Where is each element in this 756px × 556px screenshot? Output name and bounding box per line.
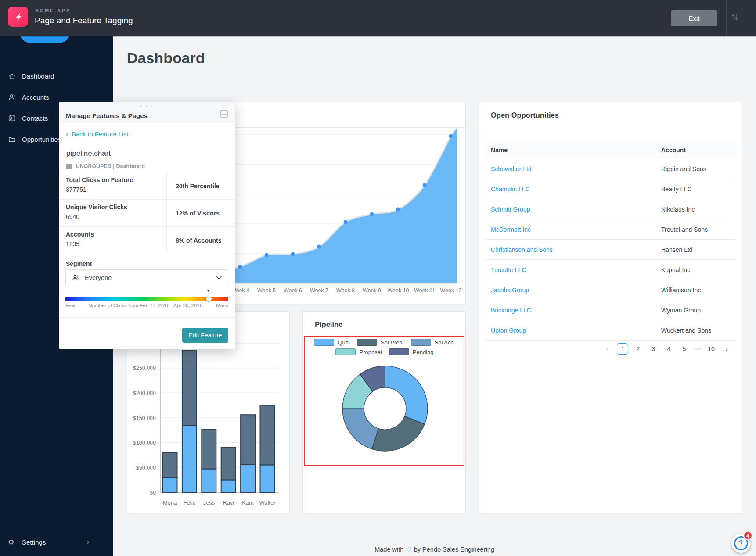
help-badge[interactable]: ? 4 [731,534,751,553]
pagination-ellipsis[interactable]: ••• [694,346,702,352]
opportunity-name-link[interactable]: Upton Group [491,327,526,334]
stat-value: 1235 [66,240,166,248]
svg-text:Felix: Felix [184,499,196,506]
opportunity-name-cell: Schmitt Group [485,206,655,213]
legend-item: Sol Acc. [411,339,455,346]
legend-item: Sol Pres. [357,339,404,346]
gradient-labels: Few Number of Clicks from Feb 17, 2016 -… [65,303,228,308]
opportunity-name-cell: Buckridge LLC [485,307,655,314]
opportunity-name-link[interactable]: Schowalter Ltd [491,165,532,172]
feature-group-row: UNGROUPED | Dashboard [66,163,145,169]
folder-icon [8,135,16,143]
opportunity-name-cell: McDermott Inc [485,226,655,233]
table-row: Christiansen and SonsHansen Ltd [485,240,737,260]
legend-item: Proposal [335,348,382,355]
notification-count-badge: 4 [743,531,752,540]
donut-slice-sol-acc- [342,409,378,449]
legend-swatch-icon [389,348,409,355]
svg-text:Jess: Jess [203,499,215,506]
open-opportunities-card: Open Opportunities Name Account Schowalt… [479,102,742,513]
contact-card-icon [8,114,16,122]
pagination-page-4[interactable]: 4 [663,343,674,355]
legend-row: ProposalPending [335,348,433,355]
pagination-page-3[interactable]: 3 [648,343,659,355]
minimize-button[interactable] [220,110,228,118]
sidebar-item-label: Accounts [22,93,49,101]
segment-value: Everyone [85,274,216,281]
sidebar-item-settings[interactable]: ⚙ Settings › [0,531,113,552]
app-label: ACME APP [35,8,71,13]
people-icon [8,93,16,101]
table-row: Buckridge LLCWyman Group [485,300,737,320]
pagination-page-10[interactable]: 10 [706,343,717,355]
legend-label: Pending [413,349,434,355]
opportunity-account-cell: Rippin and Sons [655,165,737,172]
sidebar-item-label: Contacts [22,115,48,122]
manage-features-popup: • • • Manage Features & Pages ‹Back to F… [59,102,235,349]
table-row: Schmitt GroupNikolaus Inc [485,199,737,219]
edit-feature-button[interactable]: Edit Feature [182,328,228,343]
stat-percentile: 12% of Visitors [167,200,235,227]
footer: Made with♡by Pendo Sales Engineering [113,545,756,553]
opportunity-name-cell: Upton Group [485,327,655,334]
topbar: ACME APP Page and Feature Tagging Exit ↑… [0,0,756,36]
exit-button[interactable]: Exit [671,10,717,26]
stat-label: Accounts [66,231,166,238]
opportunity-name-cell: Turcotte LLC [485,266,655,273]
sidebar-item-label: Opportunities [22,136,61,143]
footer-suffix: by Pendo Sales Engineering [414,546,494,553]
opportunities-table-header: Name Account [485,141,737,159]
topbar-divider [726,0,727,36]
stat-value: 6940 [66,213,166,220]
pagination-prev[interactable]: ‹ [601,343,613,355]
opportunity-name-link[interactable]: Buckridge LLC [491,307,531,314]
gradient-caption: Number of Clicks from Feb 17, 2016 - Apr… [75,303,216,308]
segment-dropdown[interactable]: Everyone [65,269,228,286]
home-icon [8,72,16,80]
svg-text:Kam: Kam [242,499,254,506]
opportunity-account-cell: Williamson Inc [655,287,737,294]
donut-slice-sol-pres- [372,416,425,451]
popup-header: • • • Manage Features & Pages [59,102,235,123]
slider-marker[interactable] [206,296,212,301]
legend-swatch-icon [335,348,356,355]
clicks-gradient-bar[interactable] [65,297,228,301]
opportunities-title: Open Opportunities [491,111,559,119]
opportunity-name-link[interactable]: Champlin LLC [491,186,530,193]
svg-text:Week 11: Week 11 [414,287,435,294]
svg-text:Week 7: Week 7 [310,287,328,294]
column-header-account: Account [655,147,737,154]
feature-name: pipeline.chart [66,149,111,158]
gradient-label-few: Few [65,303,75,308]
sidebar-item-dashboard[interactable]: Dashboard [0,65,113,86]
heart-outline-icon: ♡ [406,545,411,553]
svg-text:$100,000: $100,000 [133,440,156,446]
legend-label: Sol Acc. [435,339,455,346]
opportunity-name-link[interactable]: Schmitt Group [491,206,530,213]
sort-arrows-icon[interactable]: ↑↓ [731,11,752,22]
opportunity-account-cell: Hansen Ltd [655,246,737,253]
back-link-label: Back to Feature List [72,131,128,138]
back-to-feature-list-link[interactable]: ‹Back to Feature List [66,130,128,138]
pagination-page-2[interactable]: 2 [632,343,644,355]
legend-swatch-icon [357,339,377,346]
opportunity-account-cell: Wyman Group [655,307,737,314]
stat-value: 377751 [66,186,166,193]
drag-handle-icon[interactable]: • • • [59,104,235,108]
legend-swatch-icon [411,339,431,346]
feature-group-label: UNGROUPED | Dashboard [76,163,145,169]
opportunity-name-link[interactable]: Christiansen and Sons [491,246,553,253]
legend-item: Pending [389,348,434,355]
opportunity-name-link[interactable]: McDermott Inc [491,226,531,233]
pagination-page-5[interactable]: 5 [678,343,690,355]
svg-text:Ravi: Ravi [223,499,234,506]
people-icon [72,275,80,281]
stat-percentile: 8% of Accounts [167,227,235,254]
stat-cell: Unique Visitor Clicks6940 [59,200,167,227]
opportunity-name-link[interactable]: Jacobs Group [491,287,529,294]
pagination-next[interactable]: › [721,343,732,355]
page: DashboardAccountsContactsOpportunities ⚙… [0,0,756,556]
svg-text:Walter: Walter [259,499,276,506]
opportunity-name-link[interactable]: Turcotte LLC [491,266,526,273]
pagination-page-1[interactable]: 1 [617,343,628,355]
